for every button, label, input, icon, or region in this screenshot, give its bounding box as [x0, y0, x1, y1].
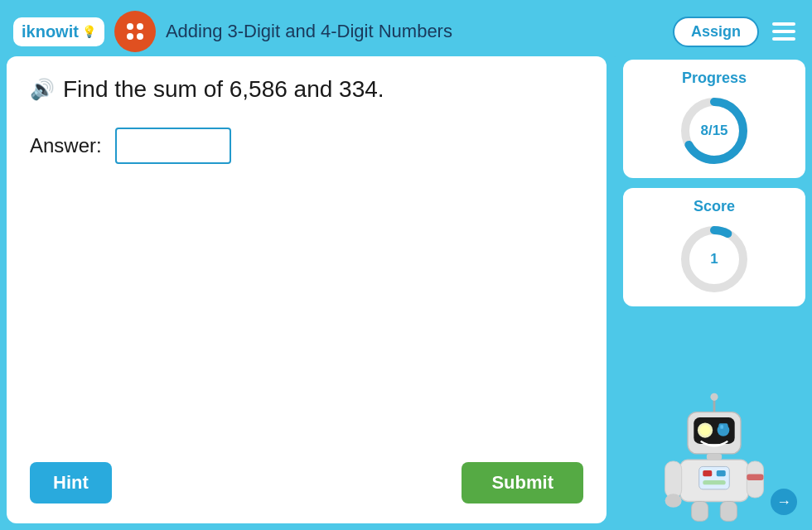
score-circle: 1 [677, 222, 752, 296]
hamburger-line [772, 30, 795, 33]
lesson-title: Adding 3-Digit and 4-Digit Numbers [166, 21, 663, 42]
assign-button[interactable]: Assign [673, 17, 759, 47]
main-area: 🔊 Find the sum of 6,586 and 334. Answer:… [7, 56, 805, 523]
answer-row: Answer: [30, 128, 583, 164]
svg-point-5 [710, 393, 718, 401]
left-panel: 🔊 Find the sum of 6,586 and 334. Answer:… [7, 56, 607, 523]
svg-rect-13 [707, 454, 722, 460]
score-value: 1 [710, 251, 718, 267]
dice-dot [127, 33, 133, 40]
hamburger-line [772, 22, 795, 26]
bulb-icon: 💡 [82, 25, 96, 38]
hamburger-menu-button[interactable] [769, 19, 799, 44]
svg-rect-15 [699, 466, 730, 489]
logo: iknowit 💡 [13, 17, 104, 46]
panel-divider [613, 56, 616, 523]
dice-dot [137, 23, 143, 30]
svg-point-9 [700, 425, 711, 436]
svg-rect-11 [718, 423, 727, 430]
question-text: Find the sum of 6,586 and 334. [63, 76, 384, 103]
svg-rect-22 [692, 501, 708, 521]
logo-text: iknowit [22, 22, 79, 41]
progress-value: 8/15 [700, 123, 727, 139]
progress-card: Progress 8/15 [623, 60, 805, 178]
score-card: Score 1 [623, 188, 805, 306]
topbar: iknowit 💡 Adding 3-Digit and 4-Digit Num… [7, 7, 805, 56]
robot-mascot [652, 391, 776, 523]
svg-rect-23 [720, 501, 737, 521]
answer-input[interactable] [115, 128, 231, 164]
right-arrow-icon: → [776, 494, 791, 511]
svg-rect-24 [747, 475, 763, 480]
question-row: 🔊 Find the sum of 6,586 and 334. [30, 76, 583, 103]
svg-rect-17 [717, 470, 726, 476]
svg-rect-18 [703, 480, 725, 484]
bottom-buttons: Hint Submit [30, 462, 583, 504]
progress-circle: 8/15 [677, 94, 752, 168]
right-panel: Progress 8/15 Score 1 [623, 56, 805, 523]
svg-rect-19 [665, 461, 682, 498]
dice-icon [114, 11, 156, 52]
dice-dot [127, 23, 133, 30]
svg-point-20 [665, 494, 682, 507]
progress-label: Progress [682, 70, 747, 87]
app-container: iknowit 💡 Adding 3-Digit and 4-Digit Num… [0, 0, 812, 530]
svg-rect-16 [703, 470, 712, 476]
speaker-icon[interactable]: 🔊 [30, 78, 55, 101]
dice-dot [137, 33, 143, 40]
dice-grid [127, 23, 143, 40]
hamburger-line [772, 37, 795, 41]
next-button[interactable]: → [771, 489, 797, 515]
score-label: Score [694, 198, 735, 215]
svg-rect-12 [720, 425, 723, 429]
answer-label: Answer: [30, 134, 102, 157]
hint-button[interactable]: Hint [30, 462, 112, 504]
submit-button[interactable]: Submit [462, 462, 583, 504]
